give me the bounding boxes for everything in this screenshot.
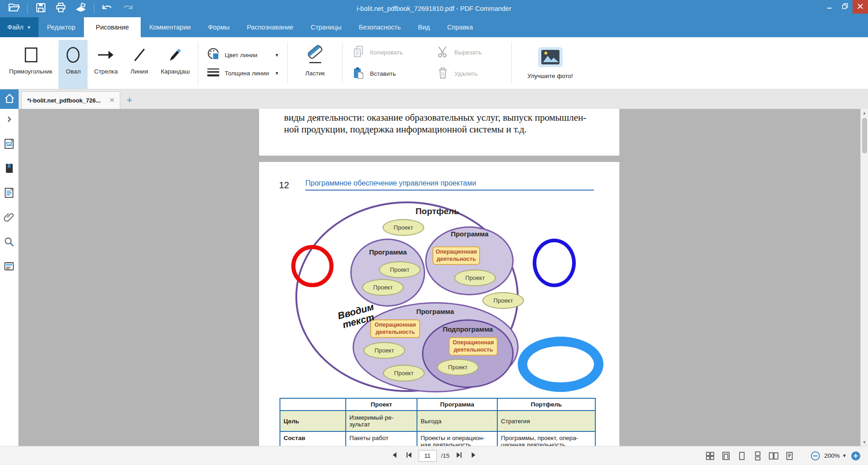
photo-label: Улучшите фото!: [527, 73, 573, 79]
facing-pages-icon[interactable]: [769, 451, 779, 461]
next-page-icon: [471, 452, 476, 460]
first-page-button[interactable]: [404, 451, 414, 461]
menu-security[interactable]: Безопасность: [350, 17, 410, 37]
print-button[interactable]: [54, 3, 68, 15]
titlebar-separator: [94, 4, 94, 14]
sidebar-search-button[interactable]: [3, 237, 15, 249]
menu-forms[interactable]: Формы: [199, 17, 238, 37]
copy-icon: [353, 45, 364, 60]
title-bar: i-bolit.net_pdfbook_72691810.pdf - PDF C…: [0, 0, 868, 17]
project-oval: Проект: [454, 269, 496, 286]
save-button[interactable]: [34, 3, 48, 15]
sidebar-annotations-button[interactable]: [3, 188, 15, 200]
book-view-icon[interactable]: [785, 451, 794, 461]
page-number-input[interactable]: [418, 450, 436, 462]
bookmarks-icon: [4, 163, 15, 176]
chevron-down-icon: ▼: [842, 453, 847, 458]
restore-button[interactable]: [837, 0, 853, 14]
scrollbar-thumb[interactable]: [862, 118, 867, 153]
left-sidebar: [0, 109, 19, 446]
portfolio-label: Портфель: [401, 206, 474, 216]
tool-pencil-label: Карандаш: [161, 68, 190, 75]
table-row-label: Состав: [280, 431, 346, 446]
rectangle-icon: [23, 44, 39, 65]
zoom-out-button[interactable]: [810, 451, 820, 461]
minimize-button[interactable]: [822, 0, 837, 14]
program-label: Программа: [433, 230, 506, 238]
chevron-down-icon: ▼: [275, 53, 279, 58]
tool-arrow[interactable]: Стрелка: [88, 40, 124, 89]
last-page-button[interactable]: [454, 451, 464, 461]
close-button[interactable]: [853, 0, 868, 14]
menu-comments[interactable]: Комментарии: [141, 17, 199, 37]
home-button[interactable]: [0, 89, 19, 109]
undo-icon: [102, 3, 113, 14]
paste-button[interactable]: Вставить: [346, 63, 431, 84]
line-color-dropdown[interactable]: Цвет линии ▼: [206, 47, 279, 63]
enhance-photo-button[interactable]: Улучшите фото!: [512, 37, 588, 89]
delete-button: Удалить: [431, 63, 508, 84]
program-label: Программа: [352, 248, 424, 256]
document-tab-bar: *i-bolit.net_pdfbook_726... ✕ +: [0, 89, 868, 109]
arrow-icon: [97, 44, 115, 65]
tool-arrow-label: Стрелка: [94, 68, 118, 75]
table-header-cell: Портфель: [497, 398, 595, 411]
scroll-up-icon[interactable]: ▲: [861, 109, 868, 117]
line-width-icon: [206, 67, 220, 79]
menu-file[interactable]: Файл ▼: [0, 17, 39, 37]
close-icon: [858, 3, 863, 11]
blue-circle-annotation[interactable]: [533, 239, 576, 287]
sidebar-forms-button[interactable]: [3, 261, 15, 273]
previous-page-button[interactable]: [389, 451, 399, 461]
titlebar-separator: [27, 4, 28, 14]
sidebar-bookmarks-button[interactable]: [3, 163, 15, 175]
sidebar-thumbnails-button[interactable]: [3, 139, 15, 151]
project-oval: Проект: [383, 365, 425, 382]
minimize-icon: [827, 3, 832, 11]
cut-label: Вырезать: [454, 49, 481, 56]
chevron-right-icon: [5, 115, 13, 125]
first-page-icon: [406, 452, 412, 460]
new-tab-button[interactable]: +: [127, 95, 132, 105]
scroll-down-icon[interactable]: ▼: [861, 438, 868, 446]
last-page-icon: [456, 452, 462, 460]
document-tab[interactable]: *i-bolit.net_pdfbook_726... ✕: [21, 91, 120, 109]
next-page-button[interactable]: [469, 451, 479, 461]
program-label: Программа: [399, 308, 471, 315]
zoom-level-dropdown[interactable]: 200% ▼: [824, 452, 847, 459]
tool-rectangle-label: Прямоугольник: [9, 68, 52, 75]
continuous-scroll-icon[interactable]: [753, 451, 763, 461]
zoom-in-button[interactable]: [851, 451, 861, 461]
table-header-cell: [280, 398, 346, 411]
expand-sidebar-button[interactable]: [3, 114, 15, 126]
tab-close-icon[interactable]: ✕: [108, 96, 116, 104]
menu-pages[interactable]: Страницы: [302, 17, 350, 37]
undo-button[interactable]: [101, 3, 114, 15]
line-width-dropdown[interactable]: Толщина линии ▼: [206, 67, 279, 79]
tool-oval[interactable]: Овал: [59, 40, 88, 89]
tool-line[interactable]: Линия: [124, 40, 155, 89]
line-color-label: Цвет линии: [225, 52, 270, 59]
reading-mode-icon[interactable]: [721, 451, 731, 461]
menu-drawing[interactable]: Рисование: [84, 17, 141, 37]
menu-view[interactable]: Вид: [409, 17, 438, 37]
lightblue-ellipse-annotation[interactable]: [518, 337, 603, 392]
status-bar: /15 200%: [0, 446, 868, 465]
menu-help[interactable]: Справка: [438, 17, 481, 37]
document-canvas[interactable]: виды деятельности: оказание образователь…: [19, 109, 860, 446]
open-file-button[interactable]: [7, 3, 21, 15]
tool-eraser[interactable]: Ластик: [288, 37, 342, 89]
single-page-view-icon[interactable]: [737, 451, 747, 461]
tool-rectangle[interactable]: Прямоугольник: [3, 40, 59, 89]
vertical-scrollbar[interactable]: ▲ ▼: [860, 109, 868, 446]
menu-editor[interactable]: Редактор: [39, 17, 84, 37]
pencil-icon: [166, 44, 184, 65]
menu-recognition[interactable]: Распознавание: [238, 17, 302, 37]
red-circle-annotation[interactable]: [291, 245, 333, 287]
redo-button[interactable]: [121, 3, 134, 15]
sidebar-attachments-button[interactable]: [3, 212, 15, 224]
tool-pencil[interactable]: Карандаш: [154, 40, 196, 89]
scan-button[interactable]: [74, 3, 88, 15]
thumbnails-view-icon[interactable]: [705, 451, 715, 461]
chapter-header: Программное обеспечение управления проек…: [305, 179, 476, 187]
